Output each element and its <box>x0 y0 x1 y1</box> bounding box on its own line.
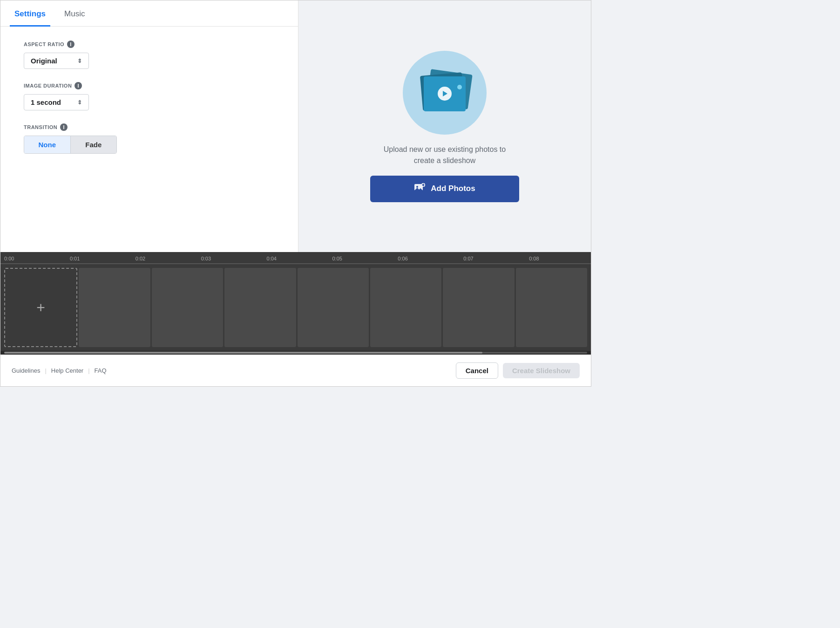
image-duration-info-icon[interactable]: i <box>75 82 82 89</box>
ruler-mark-3: 0:03 <box>197 256 263 261</box>
help-center-link[interactable]: Help Center <box>51 367 83 374</box>
svg-rect-5 <box>422 184 425 185</box>
timeline-ruler: 0:00 0:01 0:02 0:03 0:04 0:05 0:06 0:07 … <box>0 252 591 264</box>
ruler-mark-4: 0:04 <box>263 256 329 261</box>
add-photos-button[interactable]: Add Photos <box>370 176 519 202</box>
guidelines-link[interactable]: Guidelines <box>12 367 40 374</box>
transition-fade-button[interactable]: Fade <box>71 136 117 153</box>
scrollbar-track <box>4 352 587 354</box>
ruler-mark-1: 0:01 <box>66 256 132 261</box>
footer-separator-2: | <box>88 367 89 374</box>
footer-separator-1: | <box>45 367 46 374</box>
transition-buttons: None Fade <box>24 136 117 154</box>
faq-link[interactable]: FAQ <box>95 367 107 374</box>
play-button-circle <box>438 87 452 101</box>
image-duration-group: IMAGE DURATION i 1 second ⇕ <box>24 82 275 110</box>
aspect-ratio-arrow-icon: ⇕ <box>77 58 82 64</box>
aspect-ratio-label: ASPECT RATIO i <box>24 41 275 48</box>
ruler-mark-5: 0:05 <box>328 256 394 261</box>
footer-buttons: Cancel Create Slideshow <box>456 362 580 379</box>
aspect-ratio-info-icon[interactable]: i <box>67 41 75 48</box>
svg-point-1 <box>416 186 418 188</box>
scrollbar-thumb <box>4 352 482 354</box>
add-photos-icon <box>414 182 425 196</box>
timeline-add-slot[interactable]: + <box>4 268 77 347</box>
timeline-slot-4 <box>298 268 369 347</box>
timeline-panel: 0:00 0:01 0:02 0:03 0:04 0:05 0:06 0:07 … <box>0 252 591 355</box>
photo-dot-icon <box>457 85 462 89</box>
footer-links: Guidelines | Help Center | FAQ <box>12 367 107 374</box>
image-duration-arrow-icon: ⇕ <box>77 99 82 106</box>
tab-music[interactable]: Music <box>60 2 89 27</box>
cancel-button[interactable]: Cancel <box>456 362 498 379</box>
ruler-mark-8: 0:08 <box>525 256 591 261</box>
timeline-slot-2 <box>152 268 223 347</box>
photo-stack <box>417 69 473 116</box>
timeline-slot-6 <box>443 268 514 347</box>
ruler-mark-6: 0:06 <box>394 256 460 261</box>
ruler-mark-0: 0:00 <box>0 256 66 261</box>
ruler-mark-2: 0:02 <box>132 256 197 261</box>
timeline-slot-3 <box>224 268 296 347</box>
tabs-bar: Settings Music <box>0 0 298 27</box>
app-container: Settings Music ASPECT RATIO i Original ⇕ <box>0 0 591 386</box>
preview-panel: Upload new or use existing photos to cre… <box>298 0 591 252</box>
add-slot-plus-icon: + <box>36 300 45 315</box>
preview-description: Upload new or use existing photos to cre… <box>384 144 506 166</box>
timeline-slot-5 <box>370 268 441 347</box>
top-panel: Settings Music ASPECT RATIO i Original ⇕ <box>0 0 591 252</box>
timeline-slot-7 <box>516 268 587 347</box>
photo-card-front <box>424 76 466 111</box>
transition-label: TRANSITION i <box>24 123 275 131</box>
aspect-ratio-select[interactable]: Original ⇕ <box>24 53 89 69</box>
transition-info-icon[interactable]: i <box>60 123 68 131</box>
image-duration-select[interactable]: 1 second ⇕ <box>24 94 89 110</box>
timeline-scrollbar[interactable] <box>0 351 591 355</box>
timeline-slot-1 <box>79 268 150 347</box>
footer: Guidelines | Help Center | FAQ Cancel Cr… <box>0 355 591 386</box>
ruler-mark-7: 0:07 <box>460 256 525 261</box>
settings-content: ASPECT RATIO i Original ⇕ IMAGE DURATION… <box>0 27 298 252</box>
timeline-track: + <box>0 264 591 351</box>
slideshow-illustration <box>403 51 487 135</box>
aspect-ratio-group: ASPECT RATIO i Original ⇕ <box>24 41 275 69</box>
transition-group: TRANSITION i None Fade <box>24 123 275 154</box>
create-slideshow-button[interactable]: Create Slideshow <box>503 363 580 378</box>
play-triangle-icon <box>443 91 447 96</box>
image-duration-label: IMAGE DURATION i <box>24 82 275 89</box>
settings-panel: Settings Music ASPECT RATIO i Original ⇕ <box>0 0 298 252</box>
tab-settings[interactable]: Settings <box>10 2 50 27</box>
transition-none-button[interactable]: None <box>24 136 71 153</box>
